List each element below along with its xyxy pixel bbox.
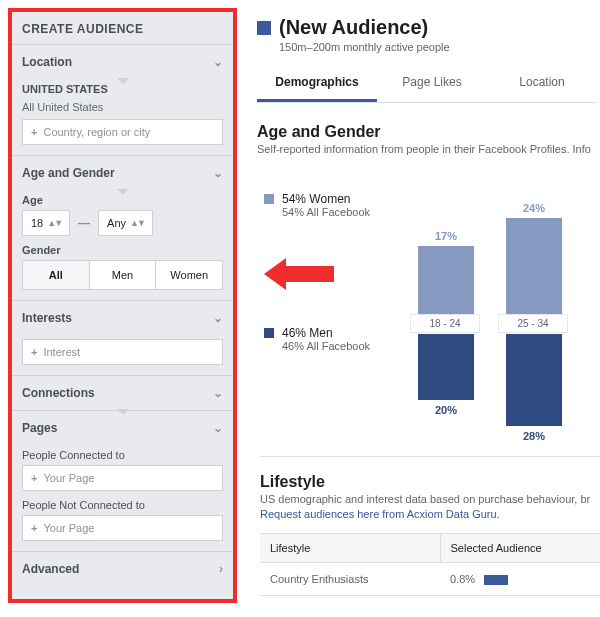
- tab-page-likes[interactable]: Page Likes: [377, 65, 487, 102]
- interests-placeholder: Interest: [43, 346, 80, 358]
- legend-women-pct: 54% Women: [282, 192, 370, 206]
- bar-men-18-24: [418, 334, 474, 400]
- lifestyle-desc: US demographic and interest data based o…: [260, 493, 600, 505]
- create-audience-sidebar: CREATE AUDIENCE Location ⌄ UNITED STATES…: [8, 8, 237, 603]
- age-gender-chart: 17% 24% 18 - 24 25 - 34 20% 28%: [408, 196, 600, 426]
- chevron-down-icon: ⌄: [213, 167, 223, 179]
- bar-men-25-34: [506, 334, 562, 426]
- age-gender-desc: Self-reported information from people in…: [257, 143, 600, 155]
- people-not-connected-input[interactable]: + Your Page: [22, 515, 223, 541]
- section-location[interactable]: Location ⌄: [12, 45, 233, 79]
- xaxis-tick-25-34: 25 - 34: [498, 314, 568, 333]
- section-pages-label: Pages: [22, 421, 57, 435]
- people-not-connected-label: People Not Connected to: [22, 499, 223, 511]
- sidebar-title: CREATE AUDIENCE: [12, 12, 233, 44]
- location-region-sub: All United States: [22, 101, 223, 113]
- section-advanced-label: Advanced: [22, 562, 79, 576]
- lifestyle-section: Lifestyle US demographic and interest da…: [260, 456, 600, 596]
- section-connections[interactable]: Connections ⌄: [12, 376, 233, 410]
- chevron-down-icon: ⌄: [213, 387, 223, 399]
- lifestyle-row1-bar: [484, 575, 508, 585]
- legend-men-pct: 46% Men: [282, 326, 370, 340]
- plus-icon: +: [31, 522, 37, 534]
- page-subtitle: 150m–200m monthly active people: [279, 41, 600, 53]
- section-interests[interactable]: Interests ⌄: [12, 301, 233, 335]
- legend-men-sub: 46% All Facebook: [282, 340, 370, 352]
- bar-value-men-18-24: 20%: [418, 404, 474, 416]
- gender-women[interactable]: Women: [156, 261, 222, 289]
- plus-icon: +: [31, 126, 37, 138]
- bar-women-18-24: [418, 246, 474, 314]
- people-connected-label: People Connected to: [22, 449, 223, 461]
- tab-location[interactable]: Location: [487, 65, 597, 102]
- legend-women: 54% Women 54% All Facebook: [264, 192, 370, 220]
- age-gender-heading: Age and Gender: [257, 123, 600, 141]
- xaxis-tick-18-24: 18 - 24: [410, 314, 480, 333]
- gender-men[interactable]: Men: [90, 261, 157, 289]
- lifestyle-row1-pct: 0.8%: [450, 573, 475, 585]
- age-from-value: 18: [31, 217, 43, 229]
- location-placeholder: Country, region or city: [43, 126, 150, 138]
- updown-icon: ▲▼: [47, 218, 61, 228]
- age-from-select[interactable]: 18▲▼: [22, 210, 70, 236]
- gender-segment: All Men Women: [22, 260, 223, 290]
- page-title: (New Audience): [279, 16, 428, 39]
- section-connections-label: Connections: [22, 386, 95, 400]
- age-to-value: Any: [107, 217, 126, 229]
- gender-label: Gender: [22, 244, 223, 256]
- section-location-label: Location: [22, 55, 72, 69]
- chevron-down-icon: ⌄: [213, 312, 223, 324]
- tabs: Demographics Page Likes Location: [257, 65, 597, 103]
- location-input[interactable]: + Country, region or city: [22, 119, 223, 145]
- updown-icon: ▲▼: [130, 218, 144, 228]
- table-row: Country Enthusiasts 0.8%: [260, 563, 600, 596]
- dash-icon: —: [78, 216, 90, 230]
- audience-icon: [257, 21, 271, 35]
- section-advanced[interactable]: Advanced ›: [12, 552, 233, 586]
- gender-all[interactable]: All: [23, 261, 90, 289]
- plus-icon: +: [31, 472, 37, 484]
- chevron-down-icon: ⌄: [213, 56, 223, 68]
- lifestyle-table: Lifestyle Selected Audience Country Enth…: [260, 533, 600, 596]
- lifestyle-col-1[interactable]: Lifestyle: [260, 534, 440, 563]
- people-connected-input[interactable]: + Your Page: [22, 465, 223, 491]
- people-not-connected-placeholder: Your Page: [43, 522, 94, 534]
- lifestyle-row1-name: Country Enthusiasts: [260, 563, 440, 596]
- plus-icon: +: [31, 346, 37, 358]
- section-interests-label: Interests: [22, 311, 72, 325]
- legend-women-sub: 54% All Facebook: [282, 206, 370, 218]
- lifestyle-link[interactable]: Request audiences here from Acxiom Data …: [260, 508, 500, 520]
- lifestyle-heading: Lifestyle: [260, 473, 600, 491]
- annotation-arrow: [264, 258, 334, 290]
- lifestyle-col-2[interactable]: Selected Audience: [440, 534, 600, 563]
- legend-men-swatch: [264, 328, 274, 338]
- legend-women-swatch: [264, 194, 274, 204]
- people-connected-placeholder: Your Page: [43, 472, 94, 484]
- bar-value-men-25-34: 28%: [506, 430, 562, 442]
- chevron-down-icon: ⌄: [213, 422, 223, 434]
- age-to-select[interactable]: Any▲▼: [98, 210, 153, 236]
- section-age-gender-label: Age and Gender: [22, 166, 115, 180]
- legend-men: 46% Men 46% All Facebook: [264, 326, 370, 354]
- bar-women-25-34: [506, 218, 562, 314]
- section-age-gender[interactable]: Age and Gender ⌄: [12, 156, 233, 190]
- interests-input[interactable]: + Interest: [22, 339, 223, 365]
- tab-demographics[interactable]: Demographics: [257, 65, 377, 102]
- chevron-right-icon: ›: [219, 563, 223, 575]
